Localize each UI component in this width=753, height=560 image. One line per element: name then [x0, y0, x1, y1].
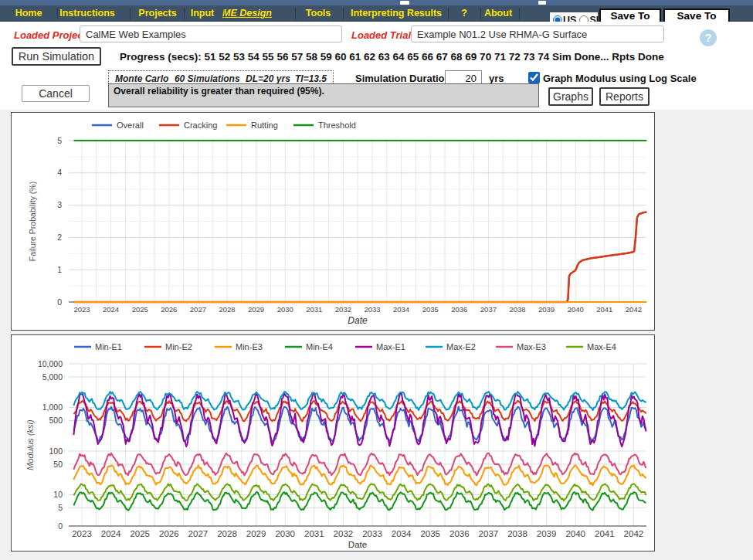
x-tick-label: 2024	[103, 305, 119, 314]
x-tick-label: 2031	[304, 529, 324, 538]
x-tick-label: 2040	[565, 529, 585, 538]
x-tick-label: 2041	[596, 305, 612, 314]
y-tick-label: 3	[57, 200, 62, 209]
nav-divider	[448, 8, 449, 19]
failure-probability-chart-card: 0123452023202420252026202720282029203020…	[11, 112, 655, 331]
run-simulation-button[interactable]: Run Simulation	[12, 47, 101, 66]
controls-band: Loaded Project: Loaded Trial: ? Run Simu…	[0, 22, 753, 110]
x-tick-label: 2034	[392, 529, 412, 538]
x-tick-label: 2038	[509, 305, 525, 314]
calme-app: { "nav": { "items": [ {"id":"home","labe…	[0, 0, 753, 560]
nav-item-input[interactable]: Input	[191, 5, 215, 22]
nav-item-tools[interactable]: Tools	[306, 5, 331, 22]
mc-ti: TI=13.5	[295, 73, 327, 84]
y-tick-label: 10,000	[38, 359, 63, 368]
x-tick-label: 2026	[159, 529, 179, 538]
legend-label-Rutting: Rutting	[251, 120, 278, 130]
x-tick-label: 2027	[190, 305, 206, 314]
x-tick-label: 2025	[132, 305, 148, 314]
nav-divider	[480, 8, 481, 19]
legend-label-Threshold: Threshold	[318, 120, 356, 130]
nav-item-interpreting-results[interactable]: Interpreting Results	[351, 5, 442, 22]
y-tick-label: 1,000	[42, 402, 63, 412]
x-tick-label: 2037	[479, 529, 499, 538]
legend-label-Min-E4: Min-E4	[306, 342, 333, 351]
series-line-Max-E4	[74, 484, 646, 501]
x-tick-label: 2033	[364, 305, 380, 314]
nav-divider	[224, 8, 225, 19]
modulus-chart: 0510501005001,0005,00010,000202320242025…	[12, 335, 653, 550]
nav-divider	[57, 8, 58, 19]
x-axis-title: Date	[348, 315, 368, 326]
y-tick-label: 10	[53, 490, 63, 499]
loaded-trial-input[interactable]	[411, 25, 664, 42]
x-tick-label: 2036	[449, 529, 470, 538]
y-tick-label: 50	[53, 460, 63, 469]
y-tick-label: 0	[58, 521, 63, 531]
x-tick-label: 2024	[101, 529, 121, 538]
nav-item-help[interactable]: ?	[461, 5, 467, 22]
x-tick-label: 2039	[538, 305, 555, 314]
nav-divider	[184, 8, 185, 19]
mc-dl: DL=20 yrs	[246, 73, 290, 84]
title-glyph-fragment	[538, 1, 546, 5]
nav-item-home[interactable]: Home	[15, 5, 42, 22]
x-axis-title: Date	[348, 540, 367, 549]
x-tick-label: 2037	[480, 305, 497, 314]
y-axis-title: Failure Probability (%)	[28, 182, 37, 261]
x-tick-label: 2035	[422, 305, 439, 314]
log-scale-checkbox[interactable]	[528, 72, 540, 83]
x-tick-label: 2026	[161, 305, 177, 314]
nav-divider	[343, 8, 344, 19]
x-tick-label: 2042	[624, 529, 644, 538]
x-tick-label: 2028	[219, 305, 235, 314]
nav-item-instructions[interactable]: Instructions	[59, 5, 115, 22]
x-tick-label: 2029	[248, 305, 264, 314]
nav-item-me-design[interactable]: ME Design	[222, 5, 272, 22]
legend-label-Max-E4: Max-E4	[587, 342, 616, 351]
x-tick-label: 2030	[277, 305, 293, 314]
help-icon[interactable]: ?	[700, 29, 717, 46]
loaded-project-label: Loaded Project:	[14, 29, 90, 41]
legend-label-Min-E1: Min-E1	[95, 342, 122, 351]
x-tick-label: 2032	[335, 305, 351, 314]
x-tick-label: 2039	[537, 529, 557, 538]
reliability-status-box: Overall reliability is greater than requ…	[108, 83, 539, 107]
series-line-Min-E2	[74, 401, 646, 422]
nav-item-projects[interactable]: Projects	[138, 5, 176, 22]
x-tick-label: 2027	[188, 529, 209, 538]
legend-label-Max-E1: Max-E1	[376, 342, 405, 351]
x-tick-label: 2042	[626, 305, 642, 314]
legend-label-Min-E3: Min-E3	[236, 342, 263, 351]
x-tick-label: 2031	[306, 305, 322, 314]
y-axis-title: Modulus (ksi)	[25, 419, 35, 470]
legend-label-Max-E3: Max-E3	[517, 342, 546, 351]
y-tick-label: 5	[57, 136, 62, 145]
x-tick-label: 2040	[568, 305, 584, 314]
x-tick-label: 2028	[217, 529, 237, 538]
loaded-project-input[interactable]	[80, 25, 342, 42]
loaded-trial-label: Loaded Trial:	[351, 29, 414, 41]
x-tick-label: 2029	[246, 529, 266, 538]
y-tick-label: 5	[58, 503, 63, 512]
x-tick-label: 2034	[393, 305, 409, 314]
log-scale-label: Graph Modulus using Log Scale	[543, 73, 697, 84]
cancel-button[interactable]: Cancel	[22, 85, 90, 102]
legend-label-Max-E2: Max-E2	[446, 342, 476, 351]
x-tick-label: 2023	[72, 529, 92, 538]
x-tick-label: 2025	[130, 529, 150, 538]
nav-divider	[130, 8, 131, 19]
y-tick-label: 500	[49, 416, 63, 425]
x-tick-label: 2023	[73, 305, 90, 314]
nav-item-about[interactable]: About	[484, 5, 512, 22]
failure-probability-chart: 0123452023202420252026202720282029203020…	[12, 113, 653, 329]
nav-divider	[519, 8, 520, 19]
graphs-button[interactable]: Graphs	[548, 87, 593, 106]
x-tick-label: 2033	[362, 529, 382, 538]
reports-button[interactable]: Reports	[599, 87, 650, 106]
x-tick-label: 2032	[334, 529, 354, 538]
title-glyph-fragment	[400, 1, 409, 5]
y-tick-label: 1	[57, 265, 62, 274]
legend-label-Overall: Overall	[117, 120, 144, 130]
x-tick-label: 2041	[595, 529, 615, 538]
